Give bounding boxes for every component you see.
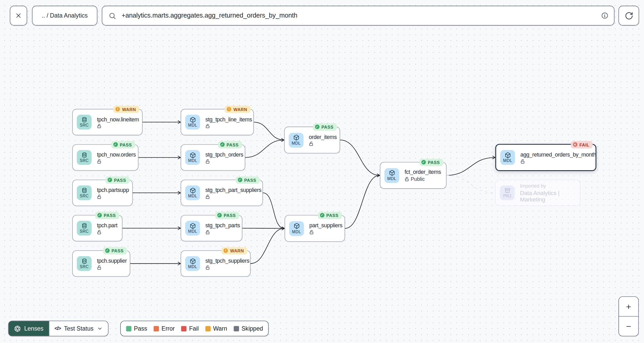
code-icon: </> bbox=[54, 326, 61, 331]
node-sublabel: Public bbox=[405, 176, 425, 182]
node-label: stg_tpch_orders bbox=[205, 152, 243, 158]
test-status-legend: PassErrorFailWarnSkipped bbox=[120, 321, 269, 336]
lock-open-icon bbox=[205, 265, 210, 270]
node-agg_returned_orders_by_month[interactable]: ✕ FAIL MDL agg_returned_orders_by_month bbox=[495, 144, 597, 171]
test-status-badge: ! WARN bbox=[225, 105, 251, 113]
test-status-badge: ✓ PASS bbox=[95, 212, 119, 219]
lens-selector[interactable]: </> Test Status bbox=[49, 321, 108, 336]
node-label: stg_tpch_line_items bbox=[205, 116, 252, 122]
status-dot-icon: ! bbox=[227, 107, 231, 112]
node-type-icon: MDL bbox=[185, 221, 200, 236]
chevron-down-icon bbox=[97, 326, 102, 331]
node-label: stg_tpch_suppliers bbox=[205, 258, 249, 264]
node-src_partsupp[interactable]: ✓ PASS SRC tpch.partsupp bbox=[72, 180, 133, 206]
legend-item-skipped: Skipped bbox=[234, 325, 263, 332]
lock-open-icon bbox=[205, 159, 210, 163]
lock-open-icon bbox=[205, 230, 210, 234]
node-stg_line_items[interactable]: ! WARN MDL stg_tpch_line_items bbox=[181, 109, 254, 135]
node-label: fct_order_items bbox=[405, 169, 441, 175]
node-stg_parts[interactable]: ✓ PASS MDL stg_tpch_parts bbox=[181, 215, 242, 241]
edge-stg_parts-to-part_suppliers bbox=[242, 228, 284, 228]
node-sublabel bbox=[205, 123, 212, 128]
test-status-badge: ✓ PASS bbox=[318, 212, 342, 219]
edge-stg_part_suppliers-to-part_suppliers bbox=[263, 193, 284, 229]
info-icon[interactable] bbox=[601, 12, 609, 19]
node-fct_order_items[interactable]: ✓ PASS MDL fct_order_items Public bbox=[380, 162, 446, 189]
legend-label: Fail bbox=[189, 325, 199, 332]
lineage-edges bbox=[0, 0, 644, 343]
search-input[interactable] bbox=[121, 12, 596, 20]
breadcrumb[interactable]: .. / Data Analytics bbox=[32, 6, 97, 25]
edge-order_items-to-fct_order_items bbox=[340, 140, 380, 175]
status-dot-icon: ✓ bbox=[315, 124, 319, 129]
edge-fct_order_items-to-agg_returned_orders_by_month bbox=[446, 158, 495, 175]
legend-label: Pass bbox=[134, 325, 147, 332]
node-order_items[interactable]: ✓ PASS MDL order_items bbox=[284, 127, 340, 153]
test-status-badge: ✓ PASS bbox=[215, 212, 239, 219]
edge-fct_order_items-to-imported_by bbox=[446, 175, 494, 193]
node-label: tpch_now.lineitem bbox=[97, 116, 139, 122]
node-type-icon: MDL bbox=[185, 150, 200, 165]
lock-open-icon bbox=[97, 230, 102, 234]
node-type-icon: SRC bbox=[77, 150, 92, 165]
lock-open-icon bbox=[205, 194, 210, 199]
lens-selector-label: Test Status bbox=[64, 325, 93, 332]
lock-open-icon bbox=[405, 177, 409, 181]
node-sublabel bbox=[97, 265, 103, 270]
lock-open-icon bbox=[205, 123, 210, 128]
node-sublabel: Data Analytics | Marketing bbox=[520, 190, 577, 203]
legend-item-fail: Fail bbox=[181, 325, 199, 332]
node-sublabel bbox=[205, 159, 212, 163]
status-dot-icon: ✓ bbox=[220, 142, 225, 147]
close-button[interactable] bbox=[10, 6, 27, 25]
lock-open-icon bbox=[97, 123, 102, 128]
node-sublabel bbox=[205, 265, 212, 270]
node-src_supplier[interactable]: ✓ PASS SRC tpch.supplier bbox=[72, 250, 130, 277]
status-dot-icon: ✓ bbox=[105, 248, 110, 253]
node-stg_suppliers[interactable]: ! WARN MDL stg_tpch_suppliers bbox=[181, 250, 251, 277]
lenses-button[interactable]: Lenses bbox=[9, 321, 49, 336]
lock-open-icon bbox=[309, 230, 314, 235]
node-imported_by[interactable]: PRJ Imported by Data Analytics | Marketi… bbox=[495, 180, 581, 206]
legend-item-error: Error bbox=[154, 325, 175, 332]
node-type-icon: MDL bbox=[289, 221, 304, 236]
status-dot-icon: ✓ bbox=[113, 142, 118, 147]
status-dot-icon: ! bbox=[223, 248, 228, 253]
test-status-badge: ✓ PASS bbox=[419, 159, 443, 166]
node-sublabel bbox=[205, 194, 212, 199]
node-stg_orders[interactable]: ✓ PASS MDL stg_tpch_orders bbox=[181, 144, 245, 171]
refresh-button[interactable] bbox=[618, 6, 639, 25]
edge-stg_orders-to-order_items bbox=[245, 140, 284, 158]
node-label: tpch_now.orders bbox=[97, 152, 136, 158]
node-type-icon: MDL bbox=[500, 150, 515, 165]
zoom-out-button[interactable]: − bbox=[619, 317, 638, 336]
node-type-icon: SRC bbox=[77, 115, 92, 129]
legend-swatch bbox=[205, 326, 211, 331]
test-status-badge: ✕ FAIL bbox=[571, 141, 593, 148]
node-label: Imported by bbox=[520, 183, 546, 189]
status-dot-icon: ✓ bbox=[217, 213, 222, 218]
legend-item-warn: Warn bbox=[205, 325, 227, 332]
node-src_part[interactable]: ✓ PASS SRC tpch.part bbox=[72, 215, 122, 241]
node-sublabel bbox=[309, 142, 315, 146]
legend-swatch bbox=[126, 326, 132, 331]
node-type-icon: MDL bbox=[289, 132, 303, 147]
test-status-badge: ✓ PASS bbox=[218, 141, 242, 148]
edge-part_suppliers-to-fct_order_items bbox=[345, 175, 380, 228]
node-sublabel bbox=[309, 230, 316, 235]
node-src_lineitem[interactable]: ! WARN SRC tpch_now.lineitem bbox=[72, 109, 142, 135]
node-stg_part_suppliers[interactable]: ✓ PASS MDL stg_tpch_part_suppliers bbox=[181, 180, 263, 206]
status-dot-icon: ✓ bbox=[320, 213, 324, 218]
zoom-in-button[interactable]: + bbox=[619, 297, 638, 316]
node-type-icon: MDL bbox=[185, 256, 200, 271]
node-src_orders[interactable]: ✓ PASS SRC tpch_now.orders bbox=[72, 144, 138, 171]
node-type-icon: MDL bbox=[185, 115, 200, 129]
edge-stg_suppliers-to-part_suppliers bbox=[251, 228, 284, 263]
node-label: stg_tpch_parts bbox=[205, 222, 240, 228]
node-part_suppliers[interactable]: ✓ PASS MDL part_suppliers bbox=[285, 215, 345, 242]
test-status-badge: ✓ PASS bbox=[313, 123, 337, 131]
lenses-control: Lenses </> Test Status bbox=[8, 321, 108, 336]
search-bar[interactable] bbox=[102, 6, 615, 25]
lineage-canvas[interactable]: ! WARN SRC tpch_now.lineitem ✓ PASS SRC … bbox=[0, 0, 644, 343]
node-label: agg_returned_orders_by_month bbox=[520, 152, 596, 158]
